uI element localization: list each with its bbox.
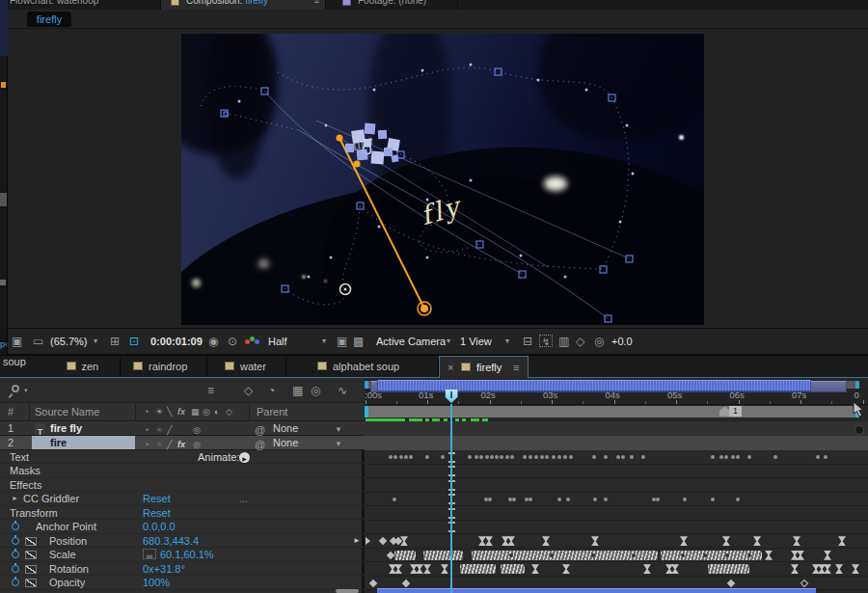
close-icon[interactable]: × (448, 357, 453, 379)
twirl-icon[interactable]: ► (12, 492, 18, 505)
graph-toggle-icon[interactable] (25, 551, 37, 559)
keyframe-icon[interactable] (423, 551, 463, 560)
keyframe-icon[interactable] (402, 580, 410, 587)
keyframe-icon[interactable] (818, 564, 826, 574)
show-snapshot-icon[interactable]: ⊙ (228, 329, 237, 354)
timeline-tab-water[interactable]: water (207, 356, 286, 378)
panel-menu-icon[interactable]: ≡ (314, 0, 319, 6)
keyframe-dot[interactable] (641, 455, 645, 459)
keyframe-icon[interactable] (852, 564, 859, 574)
keyframe-dot[interactable] (485, 455, 489, 459)
caret-down-icon[interactable]: ▾ (447, 329, 450, 354)
keyframe-icon[interactable] (824, 564, 831, 574)
keyframe-dot[interactable] (495, 455, 499, 459)
keyframe-dot[interactable] (736, 498, 740, 501)
graph-toggle-icon[interactable] (25, 579, 37, 587)
keyframe-dot[interactable] (523, 455, 527, 459)
effect-options-link[interactable]: ... (239, 492, 248, 505)
keyframe-dot[interactable] (552, 455, 556, 459)
property-label[interactable]: Scale (49, 548, 76, 561)
keyframe-icon[interactable] (765, 551, 773, 560)
keyframe-icon[interactable] (410, 564, 418, 574)
keyframe-icon[interactable] (824, 551, 831, 560)
keyframe-dot[interactable] (557, 498, 561, 501)
keyframe-dot[interactable] (468, 455, 472, 459)
layer-name-cell-selected[interactable] (32, 436, 135, 449)
stopwatch-icon[interactable] (12, 537, 19, 545)
keyframe-icon[interactable] (797, 551, 804, 560)
property-value[interactable]: 60.1,60.1% (160, 548, 214, 561)
property-row-text[interactable]: TextAnimate:▶ (0, 450, 365, 465)
keyframe-dot[interactable] (399, 455, 403, 459)
layer-name[interactable]: fire (50, 436, 67, 449)
keyframe-icon[interactable] (722, 536, 730, 546)
property-value[interactable]: Reset (143, 492, 171, 505)
property-label[interactable]: Anchor Point (36, 520, 96, 533)
keyframe-icon[interactable] (671, 564, 679, 574)
panel-tab-footage[interactable]: Footage: (none) (331, 0, 458, 10)
keyframe-icon[interactable] (708, 564, 749, 574)
column-source-name[interactable]: Source Name (35, 403, 99, 420)
property-row-effects[interactable]: Effects (0, 478, 365, 493)
transparency-grid-icon[interactable]: ▩ (353, 329, 364, 354)
current-time-indicator-line[interactable] (450, 404, 452, 593)
camera-view-dropdown[interactable]: Active Camera (376, 329, 446, 354)
caret-down-icon[interactable]: ▼ (335, 436, 342, 450)
keyframe-icon[interactable] (680, 536, 688, 546)
property-label[interactable]: Position (49, 534, 87, 548)
flowchart-mini-icon[interactable]: ◇ (576, 329, 584, 354)
property-label[interactable]: Rotation (49, 562, 89, 576)
property-row-position[interactable]: Position680.3,443.4► (0, 534, 365, 549)
timecode-display[interactable]: 0:00:01:09 (150, 329, 203, 354)
panel-tab-flowchart[interactable]: Flowchart: waterloop (0, 0, 161, 10)
shy-icon[interactable]: ◔ (144, 421, 149, 436)
property-value[interactable]: 0.0,0.0 (143, 520, 176, 533)
timeline-tab-firefly-active[interactable]: ×firefly≡ (439, 356, 529, 378)
keyframe-dot[interactable] (566, 498, 570, 501)
region-of-interest-icon[interactable]: ⊡ (129, 329, 139, 354)
keyframe-dot[interactable] (510, 455, 514, 459)
keyframe-dot[interactable] (393, 455, 397, 459)
keyframe-dot[interactable] (604, 498, 608, 501)
keyframe-dot[interactable] (540, 455, 544, 459)
keyframe-icon[interactable] (661, 551, 762, 560)
keyframe-dot[interactable] (389, 455, 393, 459)
keyframe-dot[interactable] (529, 498, 532, 501)
property-label[interactable]: Transform (10, 506, 58, 520)
keyframe-icon[interactable] (507, 536, 515, 546)
keyframe-dot[interactable] (404, 455, 408, 459)
draft-3d-icon[interactable]: ◇ (244, 378, 253, 403)
shy-icon[interactable]: ◔ (144, 436, 149, 450)
motion-blur-icon[interactable]: ◎ (193, 436, 201, 450)
keyframe-icon[interactable] (531, 564, 539, 574)
comp-canvas[interactable]: fire fly (181, 34, 704, 325)
timeline-tab-zen[interactable]: zen (44, 356, 121, 378)
keyframe-dot[interactable] (534, 455, 538, 459)
layer-bar-partial[interactable] (377, 588, 816, 593)
keyframe-icon[interactable] (485, 536, 493, 546)
stopwatch-icon[interactable] (12, 579, 19, 586)
keyframe-dot[interactable] (488, 498, 492, 501)
collapse-icon[interactable]: ☀ (155, 421, 163, 436)
keyframe-icon[interactable] (387, 552, 394, 559)
property-row-transform[interactable]: TransformReset (0, 506, 365, 521)
keyframe-icon[interactable] (416, 564, 423, 574)
keyframe-dot[interactable] (479, 455, 483, 459)
keyframe-dot[interactable] (393, 498, 396, 501)
keyframe-dot[interactable] (563, 455, 567, 459)
motion-blur-icon[interactable]: ◎ (193, 421, 201, 436)
keyframe-nav-next-icon[interactable]: ► (353, 534, 361, 548)
caret-down-icon[interactable]: ▾ (322, 329, 326, 354)
keyframe-icon[interactable] (812, 564, 820, 574)
keyframe-dot[interactable] (409, 455, 413, 459)
keyframe-dot[interactable] (656, 498, 660, 501)
magnification-dropdown[interactable]: (65.7%) (50, 329, 88, 354)
panel-menu-icon[interactable]: ≡ (513, 357, 519, 379)
keyframe-icon[interactable] (366, 537, 370, 545)
keyframe-icon[interactable] (441, 564, 448, 574)
quality-icon[interactable]: ╱ (167, 436, 172, 450)
property-row-anchor-point[interactable]: Anchor Point0.0,0.0 (0, 520, 365, 534)
keyframe-icon[interactable] (727, 580, 735, 587)
timeline-tab-alphabet-soup[interactable]: alphabet soup (286, 356, 439, 378)
property-row-rotation[interactable]: Rotation0x+31.8° (0, 562, 365, 577)
